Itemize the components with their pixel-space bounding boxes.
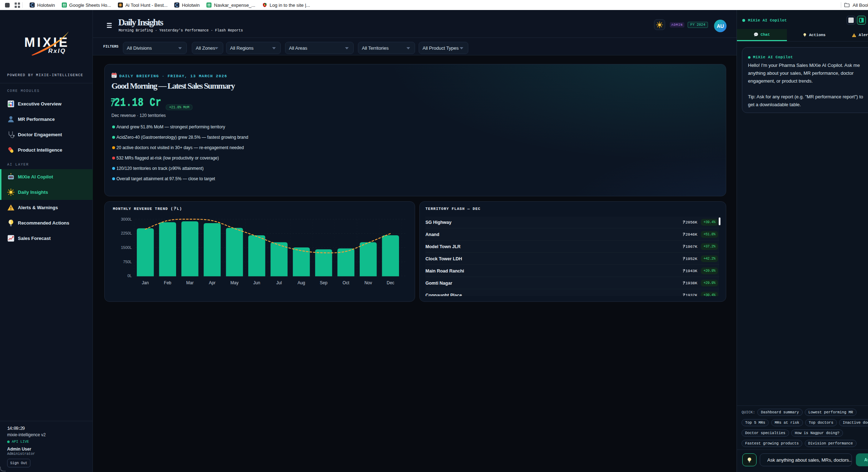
svg-text:May: May: [230, 280, 239, 285]
svg-text:1500L: 1500L: [121, 245, 132, 250]
svg-text:Jun: Jun: [253, 280, 260, 285]
svg-text:Aug: Aug: [298, 280, 305, 285]
svg-text:Nov: Nov: [364, 280, 372, 285]
svg-text:Jul: Jul: [276, 280, 282, 285]
svg-text:0L: 0L: [128, 274, 132, 278]
svg-text:Feb: Feb: [164, 280, 171, 285]
svg-text:2250L: 2250L: [121, 231, 132, 235]
svg-text:Oct: Oct: [343, 280, 349, 285]
svg-text:Jan: Jan: [142, 280, 149, 285]
svg-text:RxIQ: RxIQ: [48, 48, 66, 54]
svg-text:Apr: Apr: [209, 280, 216, 285]
svg-text:Dec: Dec: [387, 280, 394, 285]
svg-text:Mar: Mar: [186, 280, 194, 285]
svg-text:750L: 750L: [123, 260, 132, 264]
svg-text:3000L: 3000L: [121, 217, 132, 221]
svg-text:Sep: Sep: [320, 280, 328, 285]
